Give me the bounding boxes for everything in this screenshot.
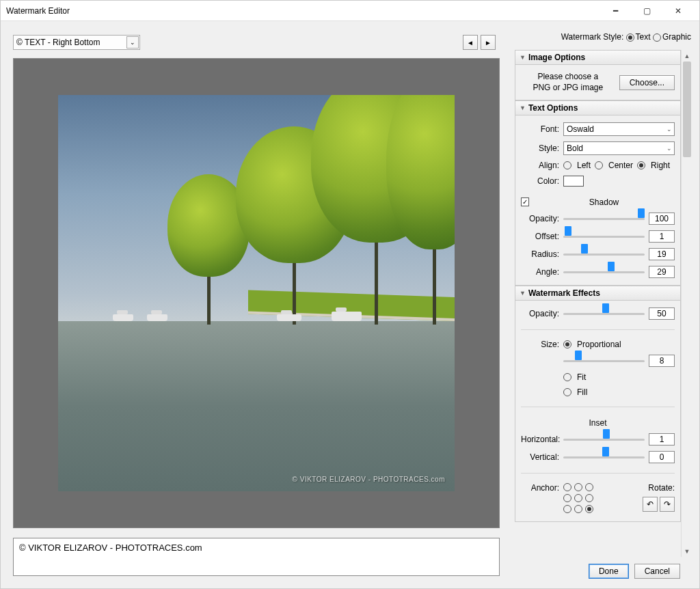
style-text-radio[interactable] xyxy=(626,33,634,42)
size-fill-radio[interactable] xyxy=(563,388,571,396)
shadow-checkbox[interactable]: ✓ xyxy=(521,197,529,206)
choose-image-button[interactable]: Choose... xyxy=(619,75,675,90)
chevron-down-icon: ⌄ xyxy=(667,145,672,152)
image-options-header[interactable]: ▼Image Options xyxy=(515,50,681,65)
chevron-down-icon: ⌄ xyxy=(126,36,139,49)
collapse-icon: ▼ xyxy=(520,290,526,297)
wm-opacity-value[interactable]: 50 xyxy=(649,307,675,320)
shadow-opacity-value[interactable]: 100 xyxy=(649,213,675,225)
inset-vert-slider[interactable] xyxy=(563,451,645,463)
scroll-up-icon[interactable]: ▲ xyxy=(682,50,692,61)
anchor-br[interactable] xyxy=(585,505,593,513)
rotate-ccw-button[interactable]: ↶ xyxy=(643,497,658,512)
watermark-overlay: © VIKTOR ELIZAROV - PHOTOTRACES.com xyxy=(293,476,445,483)
preview-frame: © VIKTOR ELIZAROV - PHOTOTRACES.com xyxy=(13,58,500,528)
watermark-text-input[interactable]: © VIKTOR ELIZAROV - PHOTOTRACES.com xyxy=(13,538,500,576)
watermark-style-row: Watermark Style: Text Graphic xyxy=(515,32,692,42)
collapse-icon: ▼ xyxy=(520,105,526,111)
wm-opacity-slider[interactable] xyxy=(563,307,645,320)
shadow-angle-value[interactable]: 29 xyxy=(649,266,675,278)
settings-pane: Watermark Style: Text Graphic ▼Image Opt… xyxy=(508,21,699,588)
size-fit-radio[interactable] xyxy=(563,373,571,381)
chevron-down-icon: ⌄ xyxy=(667,126,672,133)
scroll-down-icon[interactable]: ▼ xyxy=(682,545,692,557)
prev-image-button[interactable]: ◄ xyxy=(463,35,478,50)
size-proportional-radio[interactable] xyxy=(563,340,571,348)
wm-size-slider[interactable] xyxy=(563,355,645,367)
cancel-button[interactable]: Cancel xyxy=(634,564,680,579)
maximize-button[interactable]: ▢ xyxy=(631,1,662,21)
shadow-opacity-slider[interactable] xyxy=(563,213,645,225)
settings-scrollbar[interactable]: ▲ ▼ xyxy=(681,50,692,557)
minimize-button[interactable]: ━ xyxy=(600,1,631,21)
anchor-tl[interactable] xyxy=(563,483,571,491)
preset-dropdown[interactable]: © TEXT - Right Bottom ⌄ xyxy=(13,35,140,50)
shadow-angle-slider[interactable] xyxy=(563,266,645,278)
align-center-radio[interactable] xyxy=(595,161,603,169)
next-image-button[interactable]: ► xyxy=(481,35,496,50)
preview-image: © VIKTOR ELIZAROV - PHOTOTRACES.com xyxy=(58,95,455,491)
anchor-mc[interactable] xyxy=(574,494,582,502)
inset-vert-value[interactable]: 0 xyxy=(649,451,675,463)
wm-size-value[interactable]: 8 xyxy=(649,355,675,367)
inset-horiz-value[interactable]: 1 xyxy=(649,433,675,446)
preset-selected: © TEXT - Right Bottom xyxy=(16,38,100,47)
done-button[interactable]: Done xyxy=(589,564,629,579)
anchor-bc[interactable] xyxy=(574,505,582,513)
rotate-cw-button[interactable]: ↷ xyxy=(660,497,675,512)
anchor-mr[interactable] xyxy=(585,494,593,502)
watermark-effects-header[interactable]: ▼Watermark Effects xyxy=(515,286,681,301)
anchor-bl[interactable] xyxy=(563,505,571,513)
anchor-ml[interactable] xyxy=(563,494,571,502)
collapse-icon: ▼ xyxy=(520,54,526,61)
color-picker[interactable] xyxy=(563,176,584,187)
shadow-offset-value[interactable]: 1 xyxy=(649,230,675,243)
style-graphic-radio[interactable] xyxy=(653,33,661,42)
anchor-tr[interactable] xyxy=(585,483,593,491)
font-style-dropdown[interactable]: Bold⌄ xyxy=(563,141,675,155)
inset-horiz-slider[interactable] xyxy=(563,433,645,446)
font-dropdown[interactable]: Oswald⌄ xyxy=(563,122,675,136)
anchor-grid xyxy=(563,483,595,515)
align-right-radio[interactable] xyxy=(637,161,645,169)
title-bar: Watermark Editor ━ ▢ ✕ xyxy=(1,1,699,21)
align-left-radio[interactable] xyxy=(563,161,571,169)
preview-pane: © TEXT - Right Bottom ⌄ ◄ ► xyxy=(1,21,508,588)
watermark-style-label: Watermark Style: xyxy=(561,32,624,42)
shadow-radius-value[interactable]: 19 xyxy=(649,248,675,260)
shadow-offset-slider[interactable] xyxy=(563,230,645,243)
close-button[interactable]: ✕ xyxy=(662,1,694,21)
shadow-radius-slider[interactable] xyxy=(563,248,645,260)
window-title: Watermark Editor xyxy=(6,6,600,16)
text-options-header[interactable]: ▼Text Options xyxy=(515,100,681,115)
anchor-tc[interactable] xyxy=(574,483,582,491)
